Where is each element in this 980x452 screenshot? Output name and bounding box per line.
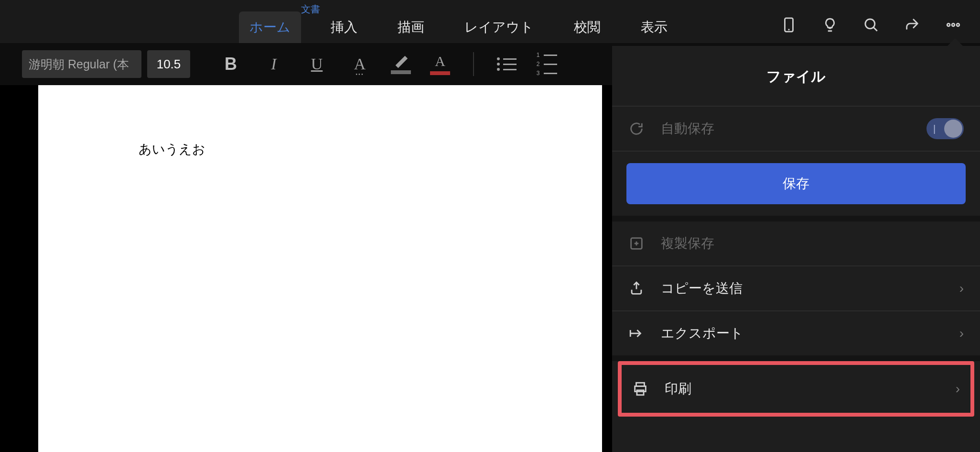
- font-size-selector[interactable]: 10.5: [147, 50, 190, 78]
- export-icon: [628, 325, 645, 342]
- save-copy-row: 複製保存: [612, 221, 980, 265]
- svg-point-4: [947, 23, 950, 26]
- tab-view[interactable]: 表示: [630, 11, 678, 43]
- tab-layout[interactable]: レイアウト: [454, 11, 544, 43]
- mobile-view-icon[interactable]: [780, 16, 797, 33]
- ellipsis-indicator: •••: [355, 71, 364, 77]
- autosave-icon: [628, 121, 645, 137]
- underline-button[interactable]: U: [305, 52, 329, 76]
- font-color-button[interactable]: A: [430, 53, 450, 75]
- save-copy-label: 複製保存: [661, 234, 964, 253]
- font-family-selector[interactable]: 游明朝 Regular (本: [22, 50, 141, 78]
- svg-point-6: [957, 23, 959, 26]
- print-label: 印刷: [665, 380, 956, 398]
- bold-button[interactable]: B: [219, 52, 243, 76]
- font-effects-letter: A: [354, 55, 366, 73]
- highlight-color-button[interactable]: [391, 54, 411, 74]
- lightbulb-icon[interactable]: [821, 16, 839, 33]
- font-color-letter: A: [435, 53, 445, 69]
- svg-point-5: [952, 23, 955, 26]
- file-panel: ファイル 自動保存 | 保存 複製保存 コピーを送信 › エクスポート ›: [612, 46, 980, 452]
- highlight-swatch: [391, 70, 411, 74]
- font-effects-button[interactable]: A •••: [348, 52, 372, 76]
- tab-insert[interactable]: 挿入: [320, 11, 368, 43]
- top-bar: 文書 ホーム 挿入 描画 レイアウト 校閲 表示: [0, 0, 980, 43]
- format-buttons: B I U A ••• A 1 2 3: [219, 52, 557, 77]
- document-page[interactable]: あいうえお: [38, 85, 602, 452]
- tab-draw[interactable]: 描画: [387, 11, 435, 43]
- svg-line-3: [873, 27, 877, 31]
- tab-review[interactable]: 校閲: [563, 11, 611, 43]
- tab-home[interactable]: ホーム: [239, 11, 301, 43]
- print-row-highlight: 印刷 ›: [618, 361, 974, 417]
- more-icon[interactable]: [945, 16, 962, 33]
- numbered-list-button[interactable]: 1 2 3: [536, 52, 557, 77]
- autosave-toggle[interactable]: |: [926, 118, 964, 139]
- save-button[interactable]: 保存: [626, 163, 966, 204]
- export-row[interactable]: エクスポート ›: [612, 311, 980, 355]
- chevron-right-icon: ›: [956, 381, 960, 397]
- chevron-right-icon: ›: [959, 281, 964, 296]
- document-body-text[interactable]: あいうえお: [139, 141, 502, 158]
- send-icon: [628, 280, 645, 297]
- panel-arrow-indicator: [948, 38, 963, 46]
- duplicate-icon: [628, 235, 645, 252]
- bullet-list-button[interactable]: [497, 57, 517, 71]
- chevron-right-icon: ›: [959, 326, 964, 341]
- highlighter-icon: [393, 54, 409, 68]
- send-copy-label: コピーを送信: [661, 279, 959, 298]
- export-label: エクスポート: [661, 324, 959, 342]
- ribbon-tabs: ホーム 挿入 描画 レイアウト 校閲 表示: [239, 11, 678, 43]
- svg-point-2: [865, 19, 875, 29]
- section-gap: [612, 355, 980, 361]
- toolbar-divider: [473, 52, 474, 76]
- section-gap: [612, 216, 980, 221]
- send-copy-row[interactable]: コピーを送信 ›: [612, 266, 980, 310]
- printer-icon: [632, 381, 648, 397]
- font-color-swatch: [430, 71, 450, 75]
- file-panel-title: ファイル: [612, 46, 980, 106]
- search-icon[interactable]: [862, 16, 880, 33]
- autosave-label: 自動保存: [661, 120, 926, 138]
- share-icon[interactable]: [904, 16, 921, 33]
- print-row[interactable]: 印刷 ›: [622, 365, 970, 413]
- italic-button[interactable]: I: [262, 52, 286, 76]
- header-actions: [780, 16, 962, 33]
- autosave-row: 自動保存 |: [612, 107, 980, 151]
